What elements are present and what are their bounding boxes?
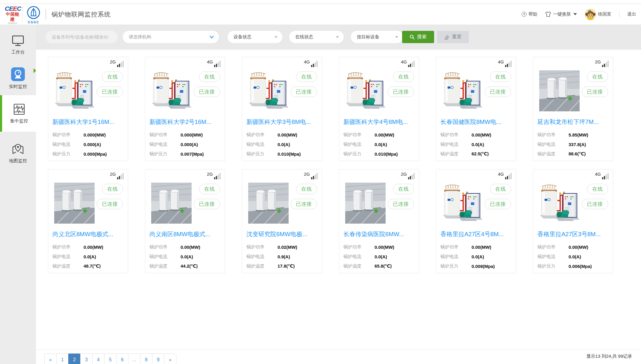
device-card[interactable]: 4G 在线 — [533, 169, 613, 273]
pagination-page-button[interactable]: 6 — [116, 354, 128, 364]
device-card[interactable]: 4G 在线 — [436, 57, 516, 161]
avatar — [585, 9, 596, 20]
metric-row: 锅炉电流0.9(A) — [246, 252, 318, 261]
network-indicator: 2G — [401, 172, 415, 179]
device-image — [248, 183, 289, 224]
device-title-link[interactable]: 新疆医科大学2号16M... — [149, 118, 222, 126]
sidebar-item-central-monitor[interactable]: 集中监控 — [0, 95, 36, 132]
device-card[interactable]: 4G 在线 — [339, 57, 419, 161]
metric-value: 337.8(A) — [569, 142, 586, 147]
sidebar-item-workbench[interactable]: 工作台 — [0, 28, 36, 62]
user-menu[interactable]: 徐国富 — [585, 9, 611, 20]
device-card[interactable]: 4G 在线 — [145, 57, 225, 161]
metric-label: 锅炉电流 — [149, 142, 181, 147]
pagination-page-button[interactable]: 8 — [140, 354, 152, 364]
skin-switch-button[interactable]: 一键换肤 — [545, 11, 577, 17]
logout-label: 退出 — [627, 11, 636, 17]
pagination-prev-button[interactable]: « — [44, 354, 57, 364]
device-image — [54, 70, 95, 111]
device-image — [248, 70, 289, 111]
pagination-page-button[interactable]: 1 — [56, 354, 69, 364]
sidebar-item-realtime-monitor[interactable]: 实时监控 — [0, 62, 36, 95]
metric-label: 锅炉电流 — [440, 254, 472, 260]
dropdown-arrow-icon — [336, 36, 339, 38]
pagination-next-button[interactable]: » — [164, 354, 176, 364]
device-card[interactable]: 2G 在线 已连接 延吉和龙市松下坪7M... 锅炉功率5.85(MW)锅炉电流… — [533, 57, 613, 161]
metric-row: 锅炉温度65.8(℃) — [343, 261, 415, 271]
device-card[interactable]: 2G 在线 — [48, 57, 128, 161]
online-status-badge: 在线 — [393, 72, 414, 82]
target-device-select[interactable]: 按目标设备 — [351, 31, 403, 43]
device-image — [345, 70, 386, 111]
network-type-label: 4G — [498, 60, 504, 64]
pagination-page-button[interactable]: 4 — [92, 354, 104, 364]
device-title-link[interactable]: 长春传染病医院6MW... — [343, 230, 416, 238]
device-image — [151, 70, 192, 111]
connection-status-badge: 已连接 — [97, 87, 123, 97]
device-card[interactable]: 4G 在线 — [436, 169, 516, 273]
metric-label: 锅炉电流 — [440, 142, 472, 147]
connection-status-badge: 已连接 — [291, 87, 317, 97]
device-title-link[interactable]: 延吉和龙市松下坪7M... — [537, 118, 610, 126]
connection-status-badge: 已连接 — [194, 87, 220, 97]
cards-grid: 2G 在线 — [36, 50, 641, 350]
pagination-page-button[interactable]: 2 — [68, 354, 81, 364]
pagination-page-button[interactable]: 9 — [152, 354, 164, 364]
logout-button[interactable]: 退出 — [627, 11, 636, 17]
help-button[interactable]: ? 帮助 — [522, 11, 537, 17]
reset-button[interactable]: 重置 — [437, 31, 469, 43]
metric-label: 锅炉温度 — [343, 263, 375, 269]
metric-value: 0.006(Mpa) — [569, 264, 592, 269]
device-card[interactable]: 2G 在线 已连接 尚义南区8MW电极式... 锅炉功率0.00(MW)锅炉电流… — [145, 169, 225, 273]
pagination-page-button[interactable]: 3 — [80, 354, 93, 364]
device-card[interactable]: 4G 在线 — [242, 57, 322, 161]
pagination-page-button[interactable]: 5 — [104, 354, 116, 364]
device-metrics: 锅炉功率0.000(MW)锅炉电流0.000(A)锅炉压力0.007(Mpa) — [149, 130, 221, 159]
device-title-link[interactable]: 香格里拉A27区3号8M... — [537, 230, 610, 238]
connection-status-badge: 已连接 — [485, 87, 511, 97]
metric-label: 锅炉功率 — [440, 244, 472, 250]
device-title-link[interactable]: 新疆医科大学3号8M电... — [246, 118, 319, 126]
device-card[interactable]: 2G 在线 已连接 沈变研究院6MW电极... 锅炉功率0.02(MW)锅炉电流… — [242, 169, 322, 273]
online-status-select[interactable]: 在线状态 — [289, 31, 344, 43]
device-title-link[interactable]: 尚义南区8MW电极式... — [149, 230, 222, 238]
metric-row: 锅炉功率0.02(MW) — [246, 242, 318, 252]
metric-row: 锅炉压力0.008(Mpa) — [440, 261, 512, 271]
device-title-link[interactable]: 沈变研究院6MW电极... — [246, 230, 319, 238]
signal-bars-icon — [311, 172, 318, 179]
cggc-logo-icon — [27, 6, 40, 19]
metric-value: 17.8(℃) — [278, 263, 295, 269]
organization-select-value: 请选择机构 — [129, 34, 151, 40]
sidebar-item-map-monitor[interactable]: 地图监控 — [0, 136, 36, 170]
device-title-link[interactable]: 香格里拉A27区4号8M... — [440, 230, 513, 238]
device-card[interactable]: 2G 在线 已连接 尚义北区8MW电极式... 锅炉功率0.00(MW)锅炉电流… — [48, 169, 128, 273]
online-status-badge: 在线 — [490, 184, 511, 194]
chevron-down-icon — [573, 13, 577, 15]
search-button[interactable]: 搜索 — [402, 31, 434, 43]
metric-row: 锅炉电流337.8(A) — [537, 139, 609, 149]
ceec-logo: CEEC 中国能建 ENERGY CHINA — [5, 6, 20, 25]
metric-row: 锅炉压力0.010(Mpa) — [246, 149, 318, 159]
organization-select[interactable]: 请选择机构 — [123, 31, 219, 43]
signal-bars-icon — [214, 172, 221, 179]
webcam-icon — [11, 67, 25, 81]
device-status-select[interactable]: 设备状态 — [228, 31, 282, 43]
metric-label: 锅炉电流 — [52, 254, 84, 260]
metric-row: 锅炉功率0.00(MW) — [440, 242, 512, 252]
network-indicator: 4G — [304, 60, 318, 67]
device-status-value: 设备状态 — [234, 34, 251, 40]
online-status-badge: 在线 — [587, 184, 608, 194]
metric-value: 0.00(MW) — [472, 245, 491, 250]
metric-row: 锅炉功率0.000(MW) — [149, 130, 221, 139]
keyword-input[interactable] — [46, 31, 118, 43]
metric-value: 0.00(MW) — [569, 245, 588, 250]
device-title-link[interactable]: 尚义北区8MW电极式... — [52, 230, 125, 238]
metric-label: 锅炉压力 — [149, 151, 181, 157]
device-title-link[interactable]: 新疆医科大学4号8M电... — [343, 118, 416, 126]
sidebar-item-label: 实时监控 — [9, 84, 27, 90]
device-title-link[interactable]: 新疆医科大学1号16M... — [52, 118, 125, 126]
online-status-badge: 在线 — [490, 72, 511, 82]
metric-label: 锅炉电流 — [246, 254, 278, 260]
device-card[interactable]: 2G 在线 已连接 长春传染病医院6MW... 锅炉功率0.00(MW)锅炉电流… — [339, 169, 419, 273]
device-title-link[interactable]: 长春国健医院8MW电... — [440, 118, 513, 126]
